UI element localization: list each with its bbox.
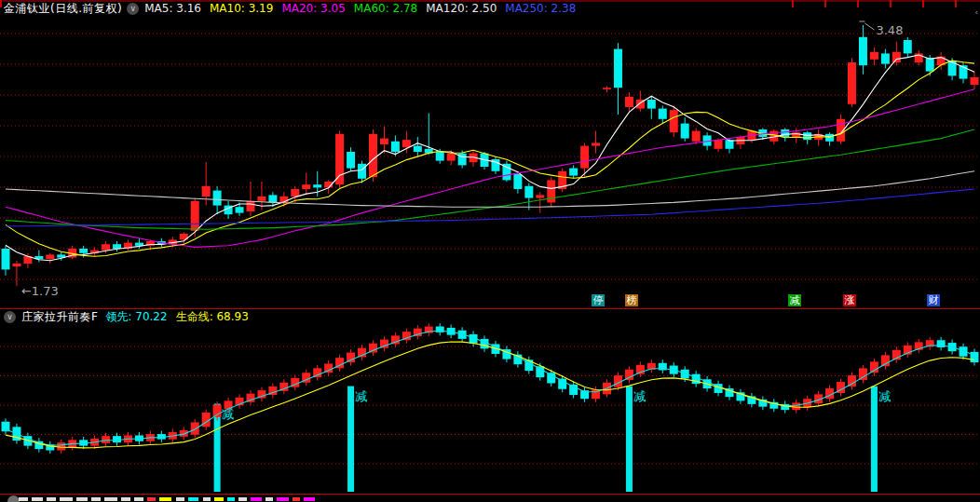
svg-text:3.48: 3.48	[876, 23, 903, 37]
signal-label-减: 减	[633, 390, 646, 402]
ruler-tick	[0, 0, 2, 7]
clipped-text-fragment	[91, 497, 101, 501]
indicator-header: ∨ 庄家拉升前奏F 领先: 70.22生命线: 68.93	[4, 310, 257, 324]
ma-legend-MA5: MA5: 3.16	[144, 2, 201, 15]
signal-label-减: 减	[222, 408, 234, 420]
clipped-text-fragment	[251, 497, 262, 501]
clipped-text-fragment	[76, 497, 88, 501]
watermark-badge-涨: 涨	[843, 294, 856, 306]
main-chart-header: 金浦钛业(日线.前复权) ∨ MA5: 3.16MA10: 3.19MA20: …	[4, 2, 584, 16]
clipped-text-fragment	[277, 497, 289, 501]
ruler-tick	[922, 0, 924, 7]
clipped-text-fragment	[265, 497, 273, 501]
clipped-text-fragment	[188, 497, 198, 501]
indicator-panel	[0, 323, 980, 492]
ma-legend-MA10: MA10: 3.19	[210, 2, 273, 15]
signal-label-减: 减	[356, 390, 368, 402]
chart-canvas[interactable]: 3.48←1.73	[0, 0, 980, 502]
clipped-text-fragment	[227, 497, 235, 501]
clipped-text-fragment	[159, 497, 171, 501]
clipped-text-fragment	[32, 497, 43, 501]
watermark-badge-榜: 榜	[625, 294, 638, 306]
clipped-text-fragment	[214, 497, 224, 501]
clipped-text-fragment	[304, 497, 315, 501]
ma-legend-MA250: MA250: 2.38	[505, 2, 576, 15]
svg-text:←1.73: ←1.73	[21, 284, 59, 298]
clipped-text-fragment	[293, 497, 300, 501]
ruler-tick	[792, 0, 794, 7]
ruler-tick	[857, 0, 859, 7]
clipped-text-fragment	[238, 497, 247, 501]
indicator-metric-生命线: 生命线: 68.93	[176, 310, 249, 323]
ruler-tick	[890, 0, 892, 7]
panel-divider[interactable]	[0, 308, 980, 309]
indicator-metrics: 领先: 70.22生命线: 68.93	[105, 310, 256, 324]
collapse-arrow-icon[interactable]: ‹	[974, 7, 978, 17]
chevron-down-icon[interactable]: ∨	[4, 311, 16, 323]
main-candlestick-panel: 3.48←1.73	[0, 21, 980, 298]
clipped-text-fragment	[121, 497, 130, 501]
ma-legend-MA120: MA120: 2.50	[426, 2, 497, 15]
indicator-title: 庄家拉升前奏F	[21, 310, 98, 324]
signal-label-减: 减	[878, 390, 891, 402]
watermark-badge-减: 减	[788, 294, 801, 306]
clipped-text-fragment	[176, 497, 184, 501]
watermark-badge-财: 财	[927, 294, 940, 306]
symbol-title: 金浦钛业(日线.前复权)	[4, 2, 122, 16]
stock-chart-window: 3.48←1.73 金浦钛业(日线.前复权) ∨ MA5: 3.16MA10: …	[0, 0, 980, 502]
ma-legend: MA5: 3.16MA10: 3.19MA20: 3.05MA60: 2.78M…	[144, 2, 584, 16]
clipped-text-fragment	[60, 497, 73, 501]
ma-legend-MA60: MA60: 2.78	[354, 2, 417, 15]
clipped-text-fragment	[147, 497, 156, 501]
ma-legend-MA20: MA20: 3.05	[281, 2, 345, 15]
clipped-text-fragment	[104, 497, 117, 501]
chevron-down-icon[interactable]: ∨	[127, 3, 139, 15]
clipped-text-fragment	[203, 497, 211, 501]
bottom-panel-divider[interactable]	[0, 494, 980, 495]
clipped-text-fragment	[47, 497, 56, 501]
ruler-tick	[955, 0, 957, 7]
watermark-badge-停: 停	[592, 294, 605, 306]
clipped-text-fragment	[19, 497, 28, 501]
indicator-metric-领先: 领先: 70.22	[105, 310, 167, 323]
ruler-tick	[824, 0, 826, 7]
clipped-text-fragment	[134, 497, 143, 501]
